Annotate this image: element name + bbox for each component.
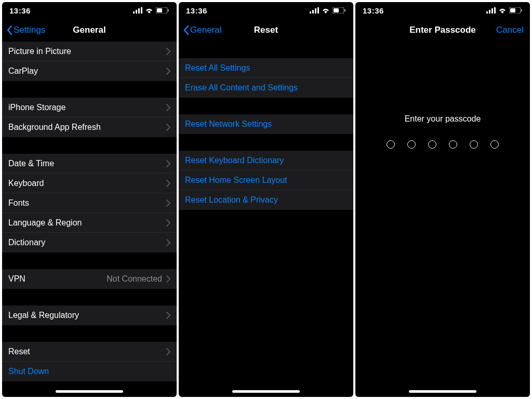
svg-rect-3 — [141, 7, 142, 14]
settings-group: Reset Network Settings — [179, 114, 353, 134]
settings-row[interactable]: Reset Location & Privacy — [179, 190, 353, 210]
settings-row[interactable]: Date & Time — [2, 154, 177, 174]
general-content: Picture in PictureCarPlayiPhone StorageB… — [2, 42, 177, 397]
settings-row[interactable]: Background App Refresh — [2, 117, 177, 137]
settings-row[interactable]: Erase All Content and Settings — [179, 78, 353, 98]
settings-group: Reset All SettingsErase All Content and … — [179, 58, 353, 98]
nav-bar: Enter Passcode Cancel — [355, 19, 530, 42]
section-gap — [2, 137, 177, 154]
nav-back-button[interactable]: General — [183, 25, 221, 35]
chevron-left-icon — [6, 25, 12, 35]
svg-rect-17 — [494, 7, 496, 14]
passcode-dots[interactable] — [387, 140, 499, 149]
row-right — [166, 200, 170, 207]
status-icons — [310, 7, 346, 14]
row-right — [166, 180, 170, 187]
passcode-dot — [470, 140, 478, 149]
svg-rect-2 — [138, 8, 140, 14]
wifi-icon — [145, 7, 153, 14]
passcode-entry: Enter your passcode — [355, 42, 530, 149]
settings-row[interactable]: Language & Region — [2, 213, 177, 233]
svg-rect-1 — [136, 10, 137, 14]
section-gap — [2, 289, 177, 305]
chevron-right-icon — [166, 104, 170, 111]
passcode-dot — [490, 140, 499, 149]
settings-row[interactable]: CarPlay — [2, 61, 177, 81]
settings-row[interactable]: Reset — [2, 342, 177, 362]
row-label: Background App Refresh — [8, 123, 101, 132]
chevron-left-icon — [183, 25, 189, 35]
section-gap — [2, 81, 177, 98]
home-indicator[interactable] — [232, 390, 300, 393]
row-label: Date & Time — [8, 159, 54, 168]
cellular-signal-icon — [486, 7, 496, 14]
settings-row[interactable]: iPhone Storage — [2, 98, 177, 117]
cancel-button[interactable]: Cancel — [496, 25, 524, 35]
status-bar: 13:36 — [179, 2, 353, 19]
chevron-right-icon — [166, 275, 170, 283]
settings-row[interactable]: Dictionary — [2, 233, 177, 252]
row-label: CarPlay — [8, 66, 38, 76]
row-right: Not Connected — [107, 274, 170, 284]
row-label: Language & Region — [8, 218, 82, 228]
section-gap — [2, 252, 177, 269]
chevron-right-icon — [166, 48, 170, 55]
row-right — [166, 68, 170, 75]
row-right — [166, 312, 170, 319]
settings-group: Reset Keyboard DictionaryReset Home Scre… — [179, 151, 353, 210]
home-indicator[interactable] — [409, 390, 476, 393]
row-label: iPhone Storage — [8, 103, 65, 112]
row-right — [166, 239, 170, 246]
section-gap — [179, 98, 353, 114]
section-gap — [2, 325, 177, 342]
row-label: Reset — [8, 347, 30, 356]
settings-row[interactable]: VPNNot Connected — [2, 269, 177, 289]
settings-group: Picture in PictureCarPlay — [2, 42, 177, 81]
status-time: 13:36 — [186, 6, 207, 15]
passcode-dot — [428, 140, 436, 149]
settings-group: VPNNot Connected — [2, 269, 177, 289]
row-label: Picture in Picture — [8, 47, 71, 56]
chevron-right-icon — [166, 200, 170, 207]
svg-rect-13 — [344, 9, 345, 11]
status-bar: 13:36 — [355, 2, 530, 19]
settings-row[interactable]: Reset Home Screen Layout — [179, 170, 353, 190]
row-right — [166, 348, 170, 355]
settings-row[interactable]: Picture in Picture — [2, 42, 177, 61]
reset-content: Reset All SettingsErase All Content and … — [179, 42, 353, 397]
passcode-prompt: Enter your passcode — [405, 114, 481, 124]
settings-row[interactable]: Reset Keyboard Dictionary — [179, 151, 353, 170]
wifi-icon — [322, 7, 330, 14]
row-detail: Not Connected — [107, 274, 162, 284]
svg-rect-9 — [315, 8, 316, 14]
svg-rect-15 — [489, 10, 490, 14]
settings-group: Legal & Regulatory — [2, 305, 177, 325]
chevron-right-icon — [166, 239, 170, 246]
svg-rect-5 — [157, 8, 162, 12]
settings-row[interactable]: Reset Network Settings — [179, 114, 353, 134]
settings-row[interactable]: Reset All Settings — [179, 58, 353, 78]
phone-passcode: 13:36 Enter Passcode Cancel Enter your p… — [355, 2, 530, 397]
row-label: Reset Network Settings — [185, 119, 272, 129]
svg-rect-16 — [491, 8, 493, 14]
status-time: 13:36 — [363, 6, 384, 15]
cellular-signal-icon — [310, 7, 319, 14]
passcode-dot — [449, 140, 457, 149]
settings-row[interactable]: Legal & Regulatory — [2, 305, 177, 325]
settings-row[interactable]: Shut Down — [2, 362, 177, 381]
nav-bar: Settings General — [2, 19, 177, 42]
nav-back-button[interactable]: Settings — [6, 25, 45, 35]
passcode-content: Enter your passcode — [355, 42, 530, 397]
battery-icon — [156, 7, 169, 14]
phone-general: 13:36 Settings General Picture in Pictur… — [2, 2, 177, 397]
home-indicator[interactable] — [56, 390, 123, 393]
settings-row[interactable]: Keyboard — [2, 174, 177, 193]
row-right — [166, 48, 170, 55]
row-label: Reset Home Screen Layout — [185, 176, 287, 185]
passcode-dot — [407, 140, 416, 149]
nav-bar: General Reset — [179, 19, 353, 42]
chevron-right-icon — [166, 219, 170, 227]
row-right — [166, 160, 170, 167]
settings-row[interactable]: Fonts — [2, 193, 177, 213]
svg-rect-10 — [317, 7, 319, 14]
